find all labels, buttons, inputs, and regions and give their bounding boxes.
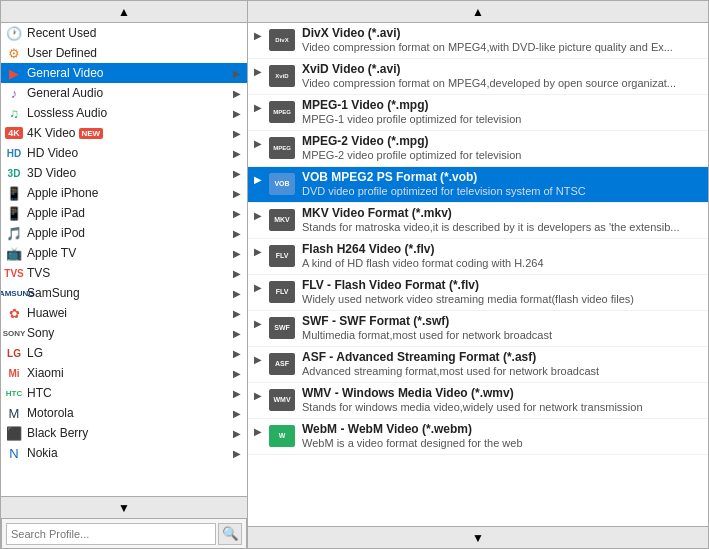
apple-tv-icon: 📺: [5, 245, 23, 261]
format-desc: Stands for windows media video,widely us…: [302, 401, 702, 413]
sidebar-item-label: Apple TV: [27, 246, 233, 260]
submenu-arrow-icon: ▶: [233, 428, 243, 439]
format-item-divx[interactable]: ▶ DivX DivX Video (*.avi) Video compress…: [248, 23, 708, 59]
search-input[interactable]: [6, 523, 216, 545]
format-desc: Stands for matroska video,it is describe…: [302, 221, 702, 233]
format-item-mpeg2[interactable]: ▶ MPEG MPEG-2 Video (*.mpg) MPEG-2 video…: [248, 131, 708, 167]
submenu-arrow-icon: ▶: [233, 388, 243, 399]
submenu-arrow-icon: ▶: [233, 228, 243, 239]
submenu-arrow-icon: ▶: [233, 128, 243, 139]
vob-format-icon: VOB: [268, 170, 296, 198]
sidebar-item-huawei[interactable]: ✿ Huawei ▶: [1, 303, 247, 323]
down-arrow-icon: ▼: [472, 531, 484, 545]
sidebar-item-motorola[interactable]: M Motorola ▶: [1, 403, 247, 423]
asf-format-icon: ASF: [268, 350, 296, 378]
sidebar-item-label: 3D Video: [27, 166, 233, 180]
format-title: Flash H264 Video (*.flv): [302, 242, 702, 256]
format-title: FLV - Flash Video Format (*.flv): [302, 278, 702, 292]
format-content: MPEG-1 Video (*.mpg) MPEG-1 video profil…: [302, 98, 702, 125]
format-content: MPEG-2 Video (*.mpg) MPEG-2 video profil…: [302, 134, 702, 161]
submenu-arrow-icon: ▶: [233, 188, 243, 199]
sidebar-item-blackberry[interactable]: ⬛ Black Berry ▶: [1, 423, 247, 443]
mpeg1-format-icon: MPEG: [268, 98, 296, 126]
submenu-arrow-icon: ▶: [233, 108, 243, 119]
sidebar-item-3d-video[interactable]: 3D 3D Video ▶: [1, 163, 247, 183]
format-title: MPEG-2 Video (*.mpg): [302, 134, 702, 148]
sidebar-item-apple-ipad[interactable]: 📱 Apple iPad ▶: [1, 203, 247, 223]
format-item-asf[interactable]: ▶ ASF ASF - Advanced Streaming Format (*…: [248, 347, 708, 383]
format-title: ASF - Advanced Streaming Format (*.asf): [302, 350, 702, 364]
format-item-webm[interactable]: ▶ W WebM - WebM Video (*.webm) WebM is a…: [248, 419, 708, 455]
recent-icon: 🕐: [5, 25, 23, 41]
search-button[interactable]: 🔍: [218, 523, 242, 545]
samsung-icon: SAMSUNG: [5, 285, 23, 301]
format-arrow-icon: ▶: [254, 26, 268, 41]
format-content: DivX Video (*.avi) Video compression for…: [302, 26, 702, 53]
format-item-flvh264[interactable]: ▶ FLV Flash H264 Video (*.flv) A kind of…: [248, 239, 708, 275]
swf-format-icon: SWF: [268, 314, 296, 342]
format-arrow-icon: ▶: [254, 350, 268, 365]
blackberry-icon: ⬛: [5, 425, 23, 441]
format-content: VOB MPEG2 PS Format (*.vob) DVD video pr…: [302, 170, 702, 197]
right-scroll-up-button[interactable]: ▲: [248, 1, 708, 23]
sidebar-item-hd-video[interactable]: HD HD Video ▶: [1, 143, 247, 163]
format-item-flv[interactable]: ▶ FLV FLV - Flash Video Format (*.flv) W…: [248, 275, 708, 311]
sidebar-item-recent[interactable]: 🕐 Recent Used: [1, 23, 247, 43]
submenu-arrow-icon: ▶: [233, 248, 243, 259]
sidebar-item-lossless-audio[interactable]: ♫ Lossless Audio ▶: [1, 103, 247, 123]
format-item-swf[interactable]: ▶ SWF SWF - SWF Format (*.swf) Multimedi…: [248, 311, 708, 347]
hd-video-icon: HD: [5, 145, 23, 161]
3d-video-icon: 3D: [5, 165, 23, 181]
sidebar-item-label: TVS: [27, 266, 233, 280]
sidebar-item-samsung[interactable]: SAMSUNG SamSung ▶: [1, 283, 247, 303]
format-title: XviD Video (*.avi): [302, 62, 702, 76]
submenu-arrow-icon: ▶: [233, 88, 243, 99]
sidebar-item-tvs[interactable]: TVS TVS ▶: [1, 263, 247, 283]
lossless-audio-icon: ♫: [5, 105, 23, 121]
sidebar-item-general-audio[interactable]: ♪ General Audio ▶: [1, 83, 247, 103]
sidebar-item-nokia[interactable]: N Nokia ▶: [1, 443, 247, 463]
submenu-arrow-icon: ▶: [233, 308, 243, 319]
right-format-list: ▶ DivX DivX Video (*.avi) Video compress…: [248, 23, 708, 526]
sidebar-item-label: Apple iPhone: [27, 186, 233, 200]
left-scroll-down-button[interactable]: ▼: [1, 496, 247, 518]
sidebar-item-xiaomi[interactable]: Mi Xiaomi ▶: [1, 363, 247, 383]
sidebar-item-apple-iphone[interactable]: 📱 Apple iPhone ▶: [1, 183, 247, 203]
sidebar-item-sony[interactable]: SONY Sony ▶: [1, 323, 247, 343]
sidebar-item-user-defined[interactable]: ⚙ User Defined: [1, 43, 247, 63]
xiaomi-icon: Mi: [5, 365, 23, 381]
sidebar-item-lg[interactable]: LG LG ▶: [1, 343, 247, 363]
format-arrow-icon: ▶: [254, 134, 268, 149]
format-arrow-icon: ▶: [254, 206, 268, 221]
sidebar-item-label: Lossless Audio: [27, 106, 233, 120]
sidebar-item-label: 4K VideoNEW: [27, 126, 233, 140]
format-item-mkv[interactable]: ▶ MKV MKV Video Format (*.mkv) Stands fo…: [248, 203, 708, 239]
sidebar-item-4k-video[interactable]: 4K 4K VideoNEW ▶: [1, 123, 247, 143]
right-scroll-down-button[interactable]: ▼: [248, 526, 708, 548]
format-item-xvid[interactable]: ▶ XviD XviD Video (*.avi) Video compress…: [248, 59, 708, 95]
submenu-arrow-icon: ▶: [233, 68, 243, 79]
sidebar-item-label: User Defined: [27, 46, 243, 60]
format-desc: DVD video profile optimized for televisi…: [302, 185, 702, 197]
format-title: MPEG-1 Video (*.mpg): [302, 98, 702, 112]
tvs-icon: TVS: [5, 265, 23, 281]
left-scroll-up-button[interactable]: ▲: [1, 1, 247, 23]
format-desc: Video compression format on MPEG4,with D…: [302, 41, 702, 53]
sidebar-item-label: Apple iPod: [27, 226, 233, 240]
format-item-mpeg1[interactable]: ▶ MPEG MPEG-1 Video (*.mpg) MPEG-1 video…: [248, 95, 708, 131]
sidebar-item-label: Nokia: [27, 446, 233, 460]
format-item-vob[interactable]: ▶ VOB VOB MPEG2 PS Format (*.vob) DVD vi…: [248, 167, 708, 203]
sidebar-item-apple-ipod[interactable]: 🎵 Apple iPod ▶: [1, 223, 247, 243]
nokia-icon: N: [5, 445, 23, 461]
format-item-wmv[interactable]: ▶ WMV WMV - Windows Media Video (*.wmv) …: [248, 383, 708, 419]
format-content: Flash H264 Video (*.flv) A kind of HD fl…: [302, 242, 702, 269]
sidebar-item-apple-tv[interactable]: 📺 Apple TV ▶: [1, 243, 247, 263]
format-desc: MPEG-2 video profile optimized for telev…: [302, 149, 702, 161]
sidebar-item-htc[interactable]: HTC HTC ▶: [1, 383, 247, 403]
format-content: MKV Video Format (*.mkv) Stands for matr…: [302, 206, 702, 233]
sidebar-item-general-video[interactable]: ▶ General Video ▶: [1, 63, 247, 83]
format-content: WMV - Windows Media Video (*.wmv) Stands…: [302, 386, 702, 413]
huawei-icon: ✿: [5, 305, 23, 321]
htc-icon: HTC: [5, 385, 23, 401]
sidebar-item-label: Recent Used: [27, 26, 243, 40]
